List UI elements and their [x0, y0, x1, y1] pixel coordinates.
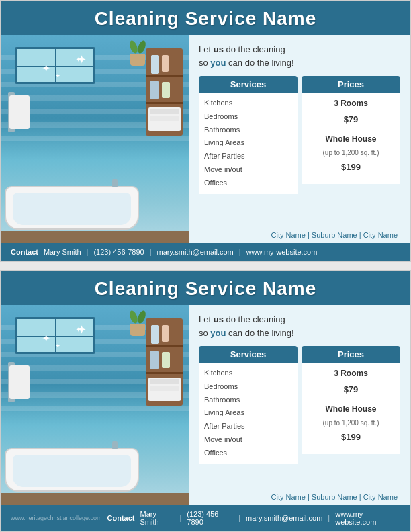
prices-body: 3 Rooms $79 Whole House (up to 1,200 sq.…	[302, 93, 400, 184]
flyer-content: Let us do the cleaning so you can do the…	[189, 35, 410, 243]
bathroom-illustration: ✦ ✦ ✦	[1, 305, 189, 505]
contact-label: Contact	[107, 514, 135, 522]
shelf-towels	[150, 379, 179, 384]
service-item: Bathrooms	[204, 394, 292, 407]
floor	[1, 493, 189, 505]
shelf-towels	[150, 116, 179, 121]
plant-leaves	[128, 40, 148, 54]
price-item: Whole House (up to 1,200 sq. ft.) $199	[307, 132, 395, 175]
service-item: Living Areas	[204, 406, 292, 420]
plant-leaves	[128, 310, 148, 324]
shelf-item	[162, 55, 169, 72]
service-item: Offices	[204, 447, 292, 460]
services-header: Services	[199, 76, 298, 93]
service-item: After Parties	[204, 150, 292, 163]
flyer-image: ✦ ✦ ✦	[1, 305, 189, 505]
contact-email: mary.smith@email.com	[246, 514, 322, 522]
sparkle-icon: ✦	[55, 72, 60, 79]
cabinet-shelf	[146, 372, 183, 374]
shelf-towels	[150, 109, 179, 114]
services-header: Services	[199, 346, 298, 363]
prices-box: Prices 3 Rooms $79 Whole House	[302, 76, 400, 227]
bathtub-faucet	[112, 441, 118, 449]
contact-website: www.my-website.com	[335, 510, 400, 526]
services-body: KitchensBedroomsBathroomsLiving AreasAft…	[199, 93, 298, 194]
service-item: Bathrooms	[204, 124, 292, 137]
price-item: 3 Rooms $79	[307, 97, 395, 127]
flyer-2: Cleaning Service Name	[0, 270, 411, 532]
flyer-body: ✦ ✦ ✦ Let us do the cleaning so you can …	[1, 35, 410, 243]
contact-phone: (123) 456-7890	[187, 510, 233, 526]
footer-separator: |	[150, 248, 152, 256]
services-box: Services KitchensBedroomsBathroomsLiving…	[199, 76, 298, 227]
price-value: $199	[307, 429, 395, 445]
prices-header: Prices	[302, 346, 400, 363]
floor	[1, 231, 189, 243]
price-note: (up to 1,200 sq. ft.)	[307, 417, 395, 429]
service-item: After Parties	[204, 420, 292, 433]
shelf-item	[151, 55, 159, 74]
bathtub-inner	[13, 455, 131, 487]
bathtub-inner	[13, 193, 131, 225]
flyer-title: Cleaning Service Name	[1, 278, 410, 300]
footer-separator: |	[328, 514, 330, 522]
shelf-item	[150, 351, 159, 369]
shelf-item	[162, 82, 170, 98]
shelf-towels	[150, 386, 179, 391]
flyer-footer: www.heritagechristiancollege.com Contact…	[1, 505, 410, 531]
service-item: Move in/out	[204, 163, 292, 177]
city-row: City Name | Suburb Name | City Name	[199, 493, 400, 501]
service-item: Offices	[204, 177, 292, 190]
contact-website: www.my-website.com	[246, 248, 318, 256]
shelf-item	[162, 325, 169, 342]
price-label: 3 Rooms	[307, 367, 395, 382]
bathroom-illustration: ✦ ✦ ✦	[1, 35, 189, 243]
plant	[128, 40, 148, 66]
shelf-item	[150, 81, 159, 99]
wall-stripe	[1, 406, 189, 411]
price-label: Whole House	[307, 132, 395, 147]
contact-phone: (123) 456-7890	[93, 248, 144, 256]
flyer-content: Let us do the cleaning so you can do the…	[189, 305, 410, 505]
price-item: 3 Rooms $79	[307, 367, 395, 397]
service-item: Move in/out	[204, 433, 292, 447]
price-item: Whole House (up to 1,200 sq. ft.) $199	[307, 402, 395, 445]
shelf-item	[162, 352, 170, 368]
plant	[128, 310, 148, 336]
service-item: Kitchens	[204, 97, 292, 110]
service-item: Kitchens	[204, 367, 292, 380]
contact-email: mary.smith@email.com	[157, 248, 234, 256]
flyer-footer: Contact Mary Smith | (123) 456-7890 | ma…	[1, 243, 410, 261]
bathtub-faucet	[112, 179, 118, 187]
price-value: $199	[307, 159, 395, 175]
flyer-title: Cleaning Service Name	[1, 8, 410, 30]
cabinet-shelf	[146, 102, 183, 104]
tagline: Let us do the cleaning so you can do the…	[199, 43, 400, 69]
services-prices: Services KitchensBedroomsBathroomsLiving…	[199, 346, 400, 489]
city-row: City Name | Suburb Name | City Name	[199, 231, 400, 239]
contact-name: Mary Smith	[140, 510, 175, 526]
plant-pot	[130, 324, 145, 336]
sparkle-icon: ✦	[75, 325, 82, 335]
service-item: Living Areas	[204, 136, 292, 150]
shelf-item	[151, 325, 159, 344]
flyer-body: ✦ ✦ ✦ Let us do the cleaning so you can …	[1, 305, 410, 505]
cabinet	[146, 318, 183, 406]
cabinet-shelf	[146, 75, 183, 77]
prices-body: 3 Rooms $79 Whole House (up to 1,200 sq.…	[302, 363, 400, 454]
towel	[9, 95, 30, 129]
price-value: $79	[307, 382, 395, 397]
service-item: Bedrooms	[204, 110, 292, 124]
contact-name: Mary Smith	[44, 248, 81, 256]
prices-box: Prices 3 Rooms $79 Whole House	[302, 346, 400, 489]
towel	[9, 365, 30, 399]
price-label: Whole House	[307, 402, 395, 417]
flyer-image: ✦ ✦ ✦	[1, 35, 189, 243]
footer-separator: |	[87, 248, 89, 256]
sparkle-icon: ✦	[42, 62, 50, 75]
services-box: Services KitchensBedroomsBathroomsLiving…	[199, 346, 298, 489]
sparkle-icon: ✦	[55, 342, 60, 349]
services-prices: Services KitchensBedroomsBathroomsLiving…	[199, 76, 400, 227]
flyer-1: Cleaning Service Name	[0, 0, 411, 262]
footer-separator: |	[179, 514, 181, 522]
